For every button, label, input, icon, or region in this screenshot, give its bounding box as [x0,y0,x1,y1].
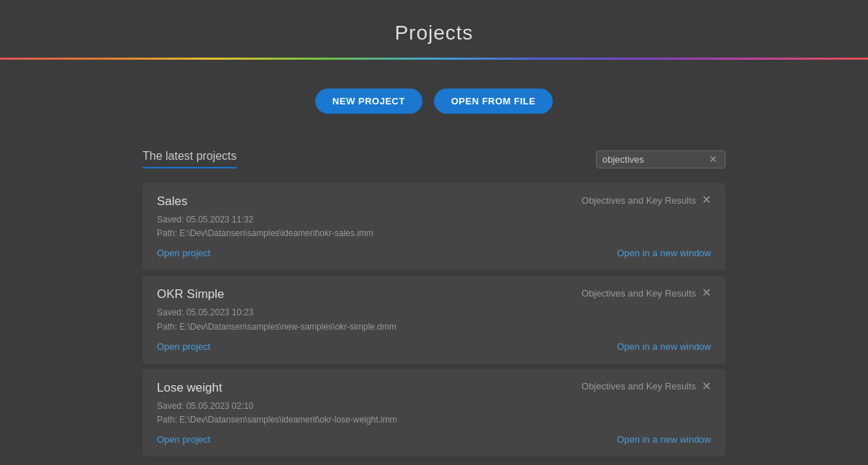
project-card: OKR Simple Objectives and Key Results ✕ … [143,276,725,363]
project-footer: Open project Open in a new window [157,341,711,352]
page-title: Projects [0,22,868,45]
project-meta: Saved: 05.05.2023 11:32 Path: E:\Dev\Dat… [157,213,711,240]
project-name: Lose weight [157,381,222,395]
project-type-label: Objectives and Key Results [582,288,696,299]
project-type-section: Objectives and Key Results ✕ [582,287,711,299]
rainbow-divider [0,58,868,60]
project-name: Sales [157,194,188,209]
project-card: Lose weight Objectives and Key Results ✕… [143,369,725,456]
project-saved: Saved: 05.05.2023 11:32 [157,213,711,227]
open-project-button[interactable]: Open project [157,341,210,352]
project-name: OKR Simple [157,287,225,302]
open-project-button[interactable]: Open project [157,248,210,258]
page-header: Projects [0,0,868,60]
project-saved: Saved: 05.05.2023 02:10 [157,399,711,413]
remove-project-button[interactable]: ✕ [702,194,711,206]
project-footer: Open project Open in a new window [157,434,711,445]
project-type-label: Objectives and Key Results [582,381,696,392]
projects-list: Sales Objectives and Key Results ✕ Saved… [143,183,725,456]
project-path: Path: E:\Dev\Datansen\samples\ideamerit\… [157,413,711,427]
project-card-header: Lose weight Objectives and Key Results ✕ [157,381,711,395]
remove-project-button[interactable]: ✕ [702,381,711,392]
project-card: Sales Objectives and Key Results ✕ Saved… [143,183,725,270]
section-header: The latest projects ✕ [143,150,725,168]
project-card-header: OKR Simple Objectives and Key Results ✕ [157,287,711,302]
search-input[interactable] [602,154,707,165]
project-type-section: Objectives and Key Results ✕ [582,194,711,206]
open-in-new-window-button[interactable]: Open in a new window [617,248,711,258]
open-from-file-button[interactable]: OPEN FROM FILE [434,89,553,114]
open-in-new-window-button[interactable]: Open in a new window [617,434,711,445]
open-in-new-window-button[interactable]: Open in a new window [617,341,711,352]
project-path: Path: E:\Dev\Datansen\samples\new-sample… [157,320,711,334]
project-type-section: Objectives and Key Results ✕ [582,381,711,392]
section-title: The latest projects [143,150,237,168]
project-type-label: Objectives and Key Results [582,195,696,206]
search-clear-button[interactable]: ✕ [707,154,719,164]
new-project-button[interactable]: NEW PROJECT [315,89,422,114]
open-project-button[interactable]: Open project [157,434,210,445]
project-footer: Open project Open in a new window [157,248,711,258]
project-card-header: Sales Objectives and Key Results ✕ [157,194,711,209]
project-meta: Saved: 05.05.2023 10:23 Path: E:\Dev\Dat… [157,306,711,333]
main-content: The latest projects ✕ Sales Objectives a… [128,150,740,456]
search-box[interactable]: ✕ [596,150,725,168]
action-buttons: NEW PROJECT OPEN FROM FILE [0,89,868,114]
project-meta: Saved: 05.05.2023 02:10 Path: E:\Dev\Dat… [157,399,711,427]
project-saved: Saved: 05.05.2023 10:23 [157,306,711,320]
project-path: Path: E:\Dev\Datansen\samples\ideamerit\… [157,227,711,240]
remove-project-button[interactable]: ✕ [702,287,711,299]
